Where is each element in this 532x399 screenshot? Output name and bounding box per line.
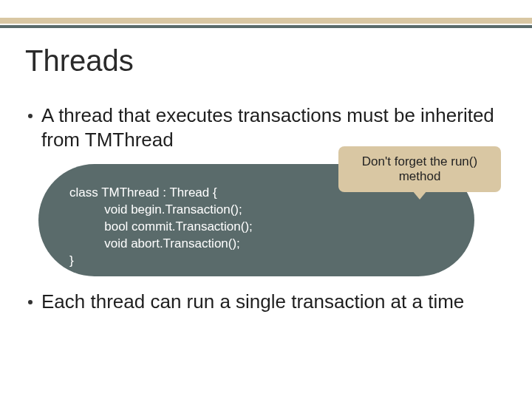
code-line-3: bool commit.Transaction(); [69, 219, 445, 236]
code-line-4: void abort.Transaction(); [69, 236, 445, 253]
top-divider [0, 18, 532, 28]
bullet-1-text: A thread that executes transactions must… [41, 103, 504, 151]
slide-title: Threads [25, 44, 134, 78]
code-line-2: void begin.Transaction(); [69, 202, 445, 219]
divider-tan [0, 18, 532, 24]
code-line-5: } [69, 253, 445, 270]
bullet-dot-icon [28, 114, 33, 118]
bullet-2: Each thread can run a single transaction… [28, 290, 504, 314]
slide: Threads A thread that executes transacti… [0, 0, 532, 399]
callout-box: Don't forget the run() method [338, 146, 501, 192]
callout-text: Don't forget the run() method [344, 154, 495, 185]
divider-dark [0, 25, 532, 28]
bullet-dot-icon [28, 300, 33, 304]
bullet-1: A thread that executes transactions must… [28, 103, 504, 151]
bullet-2-text: Each thread can run a single transaction… [41, 290, 464, 314]
